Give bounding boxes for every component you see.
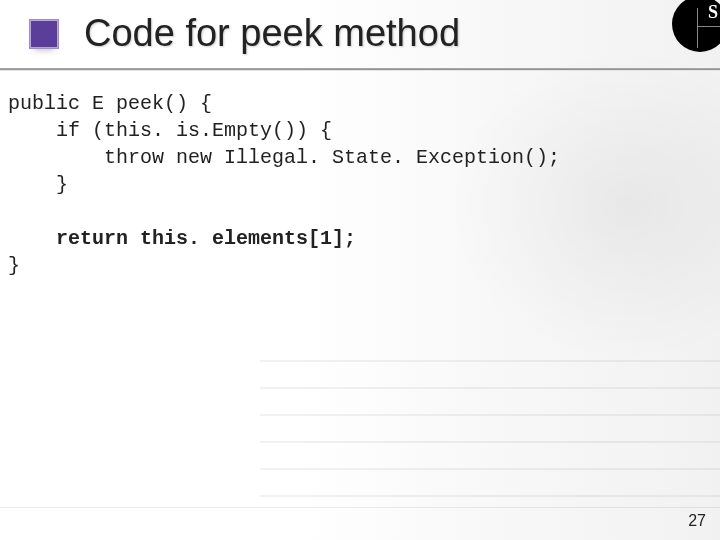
slide-title: Code for peek method — [84, 12, 460, 55]
code-line-1: public E peek() { — [8, 92, 212, 115]
code-line-6: return this. elements[1]; — [8, 227, 356, 250]
logo-crosshair-v — [697, 8, 698, 48]
slide-title-row: Code for peek method — [30, 12, 680, 55]
code-line-4: } — [8, 173, 68, 196]
logo-crosshair-h — [698, 26, 720, 27]
page-number: 27 — [688, 512, 706, 530]
footer-separator — [0, 507, 720, 508]
title-bullet-square — [30, 20, 58, 48]
code-block: public E peek() { if (this. is.Empty()) … — [8, 90, 560, 279]
title-underline — [0, 68, 720, 70]
logo: S — [672, 0, 720, 52]
background-steps — [260, 360, 720, 510]
code-line-2: if (this. is.Empty()) { — [8, 119, 332, 142]
logo-letter: S — [708, 2, 718, 23]
code-line-7: } — [8, 254, 20, 277]
code-line-3: throw new Illegal. State. Exception(); — [8, 146, 560, 169]
